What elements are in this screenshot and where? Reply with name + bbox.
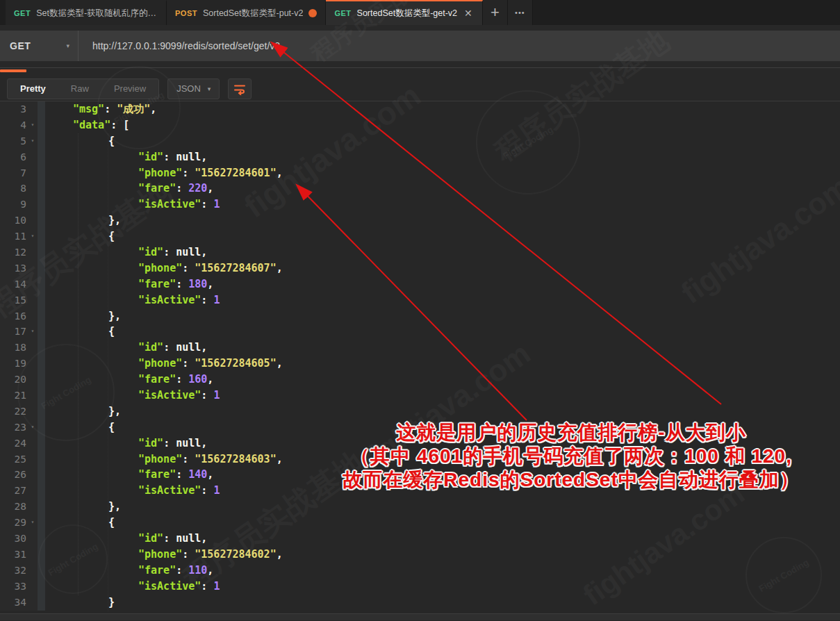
gutter-strip (38, 499, 45, 515)
gutter-strip (38, 515, 45, 531)
chevron-down-icon: ▾ (208, 85, 211, 92)
line-number: 16 (0, 308, 28, 324)
line-number: 29 (0, 515, 28, 531)
line-number: 24 (0, 436, 28, 452)
code-line: 8"fare": 220, (0, 181, 840, 197)
fold-caret-empty (28, 260, 38, 276)
code-line: 7"phone": "15627284601", (0, 165, 840, 181)
more-tabs-button[interactable]: ••• (508, 0, 533, 25)
line-number: 11 (0, 229, 28, 245)
code-text: "id": null, (45, 531, 207, 547)
fold-caret-empty (28, 276, 38, 292)
fold-caret-empty (28, 467, 38, 483)
line-number: 14 (0, 276, 28, 292)
code-text: "isActive": 1 (45, 388, 220, 404)
line-number: 5 (0, 133, 28, 149)
code-line: 18"id": null, (0, 340, 840, 356)
close-tab-icon[interactable]: ✕ (463, 8, 474, 19)
view-switcher: PrettyRawPreview (7, 78, 159, 99)
status-bar (0, 613, 840, 620)
url-input[interactable] (79, 40, 840, 51)
indent-guide (108, 133, 108, 611)
gutter-strip (38, 483, 45, 499)
code-text: "isActive": 1 (45, 579, 220, 595)
fold-caret-icon[interactable]: ▾ (28, 229, 38, 245)
fold-caret-icon[interactable]: ▾ (28, 420, 38, 436)
gutter-strip (38, 276, 45, 292)
gutter-strip (38, 372, 45, 388)
code-line: 32"fare": 110, (0, 563, 840, 579)
line-number: 33 (0, 579, 28, 595)
code-line: 34} (0, 595, 840, 611)
gutter-strip (38, 165, 45, 181)
code-lines: 3"msg": "成功",4▾"data": [5▾{6"id": null,7… (0, 101, 840, 611)
format-dropdown[interactable]: JSON ▾ (167, 78, 220, 99)
code-line: 15"isActive": 1 (0, 292, 840, 308)
fold-caret-empty (28, 308, 38, 324)
code-line: 3"msg": "成功", (0, 101, 840, 117)
view-tab-raw[interactable]: Raw (58, 79, 101, 99)
code-text: { (45, 420, 115, 436)
fold-caret-empty (28, 595, 38, 611)
code-text: }, (45, 499, 121, 515)
fold-caret-empty (28, 181, 38, 197)
code-line: 33"isActive": 1 (0, 579, 840, 595)
request-url-bar: GET ▾ (0, 31, 840, 61)
wrap-lines-button[interactable] (228, 78, 252, 99)
line-number: 19 (0, 356, 28, 372)
fold-caret-empty (28, 563, 38, 579)
request-tab-2[interactable]: POSTSortedSet数据类型-put-v2 (167, 0, 326, 25)
gutter-strip (38, 595, 45, 611)
gutter-strip (38, 229, 45, 245)
code-line: 4▾"data": [ (0, 117, 840, 133)
code-line: 14"fare": 180, (0, 276, 840, 292)
code-line: 28}, (0, 499, 840, 515)
fold-caret-empty (28, 197, 38, 213)
code-text: "phone": "15627284602", (45, 547, 283, 563)
view-tab-preview[interactable]: Preview (101, 79, 158, 99)
url-gap (0, 25, 840, 31)
fold-caret-empty (28, 547, 38, 563)
fold-caret-empty (28, 340, 38, 356)
method-dropdown[interactable]: GET ▾ (0, 31, 79, 61)
fold-caret-icon[interactable]: ▾ (28, 515, 38, 531)
fold-caret-empty (28, 436, 38, 452)
line-number: 30 (0, 531, 28, 547)
indent-guide (78, 133, 79, 595)
fold-caret-icon[interactable]: ▾ (28, 324, 38, 340)
code-text: "fare": 110, (45, 563, 213, 579)
request-tab-1[interactable]: GETSet数据类型-获取随机乱序的试卷题目 (6, 0, 167, 25)
code-text: "fare": 180, (45, 276, 213, 292)
line-number: 20 (0, 372, 28, 388)
request-tab-3[interactable]: GETSortedSet数据类型-get-v2✕ (326, 0, 482, 25)
tab-method-label: GET (334, 9, 351, 17)
gutter-strip (38, 181, 45, 197)
code-text: "fare": 160, (45, 372, 213, 388)
line-number: 15 (0, 292, 28, 308)
code-text: "id": null, (45, 149, 207, 165)
fold-caret-empty (28, 579, 38, 595)
active-tab-underline (0, 69, 26, 72)
wrap-lines-icon (233, 83, 247, 95)
code-line: 16}, (0, 308, 840, 324)
line-number: 32 (0, 563, 28, 579)
line-number: 22 (0, 404, 28, 420)
gutter-strip (38, 547, 45, 563)
fold-caret-empty (28, 245, 38, 260)
code-line: 23▾{ (0, 420, 840, 436)
fold-caret-empty (28, 388, 38, 404)
gutter-strip (38, 292, 45, 308)
code-text: "fare": 220, (45, 181, 213, 197)
fold-caret-icon[interactable]: ▾ (28, 117, 38, 133)
line-number: 12 (0, 245, 28, 260)
code-text: "msg": "成功", (45, 101, 156, 117)
fold-caret-empty (28, 452, 38, 467)
new-tab-button[interactable]: + (483, 0, 508, 25)
code-text: "phone": "15627284603", (45, 452, 283, 467)
fold-caret-icon[interactable]: ▾ (28, 133, 38, 149)
fold-caret-empty (28, 531, 38, 547)
view-tab-pretty[interactable]: Pretty (8, 79, 58, 99)
line-number: 3 (0, 101, 28, 117)
code-text: { (45, 324, 115, 340)
code-text: "phone": "15627284607", (45, 260, 283, 276)
